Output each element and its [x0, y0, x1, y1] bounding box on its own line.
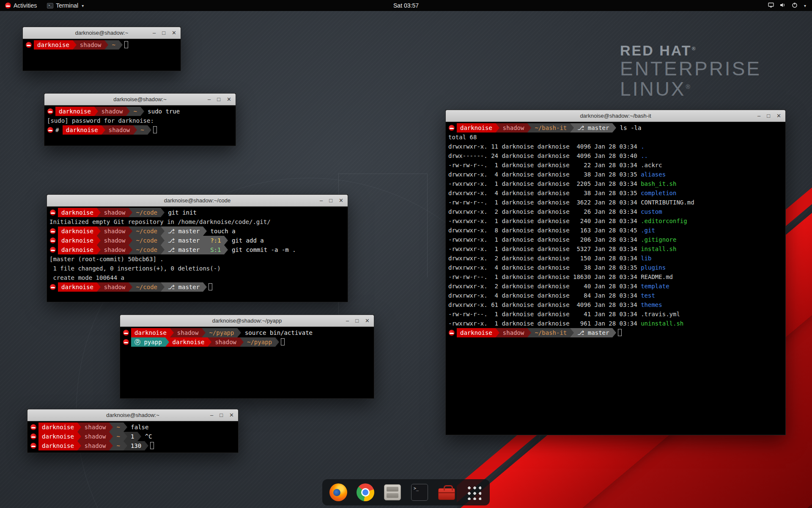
- prompt-segment-path: ~/bash-it: [531, 328, 570, 337]
- terminal-body[interactable]: darknoiseshadow~/pyapp source bin/activa…: [120, 327, 374, 398]
- maximize-button[interactable]: □: [217, 97, 220, 102]
- redhat-icon: [123, 339, 129, 345]
- terminal-line: darknoiseshadow~/code⎇ master touch a: [49, 226, 345, 236]
- terminal-body[interactable]: darknoiseshadow~ sudo true[sudo] passwor…: [44, 105, 236, 146]
- prompt-segment-venv: ⓟ pyapp: [131, 337, 165, 347]
- redhat-icon: [30, 424, 36, 430]
- close-button[interactable]: ✕: [776, 113, 781, 119]
- titlebar[interactable]: darknoise@shadow:~ ‒ □ ✕: [27, 409, 238, 421]
- window-title: darknoise@shadow:~: [113, 96, 167, 102]
- registered-mark-icon: ®: [686, 83, 690, 90]
- powerline-arrow-icon: [137, 432, 141, 441]
- close-button[interactable]: ✕: [365, 318, 370, 323]
- terminal-body[interactable]: darknoiseshadow~ falsedarknoiseshadow~1 …: [27, 421, 238, 453]
- directory-name: plugins: [641, 264, 666, 271]
- terminal-line: drwxrwxr-x. 11 darknoise darknoise 4096 …: [448, 142, 783, 151]
- prompt-segment-path: ~/code: [132, 245, 161, 254]
- app-grid-icon[interactable]: [464, 483, 483, 502]
- maximize-button[interactable]: □: [329, 198, 332, 203]
- powerline-arrow-icon: [202, 328, 206, 337]
- terminal-line: darknoiseshadow~/code git init: [49, 208, 345, 217]
- chrome-icon[interactable]: [356, 483, 375, 502]
- minimize-button[interactable]: ‒: [346, 318, 349, 323]
- terminal-line: [master (root-commit) 50bcb63] .: [49, 254, 345, 264]
- close-button[interactable]: ✕: [172, 30, 176, 36]
- terminal-line: -rwxrwxr-x. 1 darknoise darknoise 961 Ja…: [448, 319, 783, 328]
- command-text: git commit -a -m .: [228, 246, 296, 253]
- close-button[interactable]: ✕: [229, 412, 234, 418]
- redhat-icon: [26, 42, 32, 48]
- powerline-arrow-icon: [208, 337, 211, 347]
- terminal-line: total 68: [448, 133, 783, 142]
- minimize-button[interactable]: ‒: [210, 412, 213, 418]
- cursor: [153, 126, 157, 133]
- prompt-segment-host: shadow: [81, 441, 110, 450]
- executable-name: .editorconfig: [641, 218, 687, 224]
- redhat-icon: [47, 108, 53, 114]
- maximize-button[interactable]: □: [219, 412, 223, 418]
- maximize-button[interactable]: □: [355, 318, 359, 323]
- command-text: ls -la: [616, 124, 641, 131]
- powerline-arrow-icon: [129, 282, 132, 292]
- powerline-arrow-icon: [527, 328, 531, 337]
- output-text: drwxrwxr-x. 2 darknoise darknoise 26 Jan…: [448, 208, 641, 215]
- prompt-segment-user: darknoise: [457, 328, 496, 337]
- titlebar[interactable]: darknoise@shadow:~ ‒ □ ✕: [44, 94, 236, 105]
- prompt-segment-exit: 1: [127, 432, 137, 441]
- clock[interactable]: Sat 03:57: [389, 0, 423, 11]
- close-button[interactable]: ✕: [339, 198, 343, 203]
- terminal-line: -rwxrwxr-x. 1 darknoise darknoise 240 Ja…: [448, 216, 783, 226]
- command-text: sudo true: [144, 108, 180, 115]
- minimize-button[interactable]: ‒: [208, 97, 211, 102]
- close-button[interactable]: ✕: [227, 97, 231, 102]
- titlebar[interactable]: darknoise@shadow:~/code ‒ □ ✕: [47, 195, 348, 207]
- toolbox-icon[interactable]: [437, 483, 456, 502]
- directory-name: .: [641, 143, 644, 150]
- terminal-body[interactable]: darknoiseshadow~: [23, 39, 181, 71]
- firefox-icon[interactable]: [329, 483, 348, 502]
- powerline-arrow-icon: [570, 123, 574, 133]
- powerline-arrow-icon: [109, 432, 113, 441]
- minimize-button[interactable]: ‒: [320, 198, 323, 203]
- terminal-body[interactable]: darknoiseshadow~/code git initInitialize…: [47, 207, 348, 302]
- terminal-body[interactable]: darknoiseshadow~/bash-it⎇ master ls -lat…: [446, 122, 785, 435]
- maximize-button[interactable]: □: [767, 113, 770, 119]
- rhel-branding: RED HAT® ENTERPRISE LINUX®: [620, 42, 761, 99]
- terminal-line: darknoiseshadow~: [25, 40, 178, 50]
- powerline-arrow-icon: [161, 226, 165, 236]
- prompt-segment-user: darknoise: [457, 123, 496, 133]
- titlebar[interactable]: darknoise@shadow:~/bash-it ‒ □ ✕: [446, 110, 785, 122]
- volume-icon: [779, 2, 786, 10]
- minimize-button[interactable]: ‒: [153, 30, 156, 36]
- prompt-segment-user: darknoise: [58, 282, 97, 292]
- terminal-line: darknoiseshadow~/bash-it⎇ master ls -la: [448, 123, 783, 133]
- output-text: drwxrwxr-x. 4 darknoise darknoise 38 Jan…: [448, 171, 641, 178]
- output-text: drwxrwxr-x. 4 darknoise darknoise 38 Jan…: [448, 264, 641, 271]
- terminal-window-bash-it: darknoise@shadow:~/bash-it ‒ □ ✕ darknoi…: [445, 110, 786, 435]
- prompt-segment-user: darknoise: [38, 422, 77, 432]
- prompt-segment-exit: 130: [127, 441, 145, 450]
- powerline-arrow-icon: [77, 441, 81, 450]
- titlebar[interactable]: darknoise@shadow:~/pyapp ‒ □ ✕: [120, 315, 374, 327]
- terminal-window-sudo: darknoise@shadow:~ ‒ □ ✕ darknoiseshadow…: [44, 93, 236, 146]
- minimize-button[interactable]: ‒: [757, 113, 760, 119]
- directory-name: test: [641, 292, 655, 299]
- terminal-app-icon[interactable]: >_: [410, 483, 429, 502]
- prompt-segment-git: ⎇ master: [574, 123, 612, 133]
- titlebar[interactable]: darknoise@shadow:~ ‒ □ ✕: [23, 27, 181, 39]
- terminal-line: darknoiseshadow~ false: [30, 422, 236, 432]
- system-status-area[interactable]: ▾: [764, 0, 809, 11]
- activities-button[interactable]: Activities: [0, 0, 42, 11]
- powerline-arrow-icon: [102, 125, 105, 135]
- file-manager-icon[interactable]: [383, 483, 402, 502]
- directory-name: lib: [641, 255, 651, 262]
- powerline-arrow-icon: [140, 107, 144, 116]
- app-menu-terminal[interactable]: >_ Terminal ▾: [42, 0, 89, 11]
- prompt-segment-path: ~/bash-it: [531, 123, 570, 133]
- redhat-icon: [30, 433, 36, 439]
- command-text: false: [127, 424, 149, 431]
- terminal-line: darknoiseshadow~/code⎇ master: [49, 282, 345, 292]
- prompt-segment-host: shadow: [81, 422, 110, 432]
- maximize-button[interactable]: □: [162, 30, 165, 36]
- root-indicator: #: [55, 127, 63, 133]
